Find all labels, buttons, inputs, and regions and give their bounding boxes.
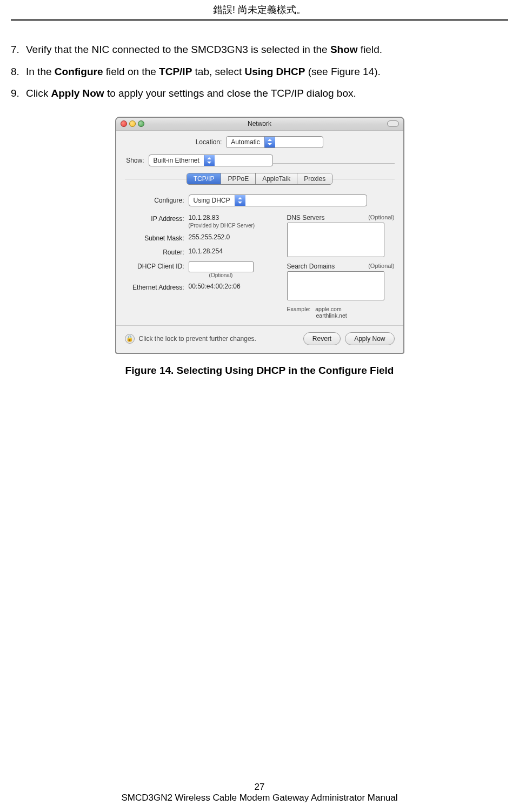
dhcp-client-id-input[interactable] — [189, 261, 254, 272]
dns-servers-textarea[interactable] — [287, 223, 384, 257]
step-9-text: Click Apply Now to apply your settings a… — [26, 86, 356, 102]
left-column: IP Address: 10.1.28.83 (Provided by DHCP… — [125, 214, 280, 319]
step-number: 8. — [11, 64, 26, 80]
text-bold: Apply Now — [51, 88, 104, 99]
configure-select[interactable]: Using DHCP — [189, 194, 367, 206]
text: In the — [26, 66, 55, 77]
ethernet-address-value: 00:50:e4:00:2c:06 — [189, 283, 241, 290]
tab-tcpip[interactable]: TCP/IP — [187, 173, 222, 184]
page-footer: 27 SMCD3GN2 Wireless Cable Modem Gateway… — [0, 782, 519, 803]
text: apple.com — [315, 306, 341, 312]
chevron-updown-icon — [264, 137, 275, 147]
network-tabs: TCP/IP PPPoE AppleTalk Proxies — [187, 173, 332, 185]
text: earthlink.net — [287, 312, 347, 319]
window-title: Network — [116, 120, 403, 127]
text-bold: Show — [330, 44, 358, 55]
location-value: Automatic — [227, 138, 264, 146]
step-7-text: Verify that the NIC connected to the SMC… — [26, 42, 382, 58]
subnet-mask-label: Subnet Mask: — [125, 233, 189, 242]
text: Verify that the NIC connected to the SMC… — [26, 44, 330, 55]
location-label: Location: — [196, 138, 227, 146]
router-value: 10.1.28.254 — [189, 247, 223, 255]
text-bold: TCP/IP — [159, 66, 192, 77]
header-rule — [11, 19, 508, 21]
hint-text: (Optional) — [189, 272, 254, 278]
show-value: Built-in Ethernet — [149, 157, 204, 164]
ethernet-address-label: Ethernet Address: — [125, 283, 189, 291]
right-column: DNS Servers (Optional) Search Domains (O… — [287, 214, 395, 319]
text: Example: — [287, 306, 314, 312]
configure-label: Configure: — [125, 197, 189, 204]
text: tab, select — [192, 66, 244, 77]
figure-14: Network Location: Automatic Show: Built-… — [11, 117, 508, 377]
text: (see Figure 14). — [305, 66, 380, 77]
optional-label: (Optional) — [368, 214, 394, 222]
text: 10.1.28.83 — [189, 214, 219, 222]
step-8: 8. In the Configure field on the TCP/IP … — [11, 64, 508, 80]
configure-value: Using DHCP — [189, 197, 235, 204]
chevron-updown-icon — [235, 195, 245, 206]
optional-label: (Optional) — [368, 263, 394, 270]
router-label: Router: — [125, 247, 189, 256]
show-label: Show: — [125, 157, 149, 164]
lock-icon[interactable]: 🔒 — [125, 334, 135, 344]
step-7: 7. Verify that the NIC connected to the … — [11, 42, 508, 58]
step-9: 9. Click Apply Now to apply your setting… — [11, 86, 508, 102]
page-number: 27 — [0, 782, 519, 793]
instruction-steps: 7. Verify that the NIC connected to the … — [11, 42, 508, 102]
network-window: Network Location: Automatic Show: Built-… — [115, 117, 404, 354]
text: Click — [26, 88, 51, 99]
text-bold: Using DHCP — [244, 66, 305, 77]
apply-now-button[interactable]: Apply Now — [345, 332, 394, 345]
subnet-mask-value: 255.255.252.0 — [189, 233, 230, 241]
step-number: 9. — [11, 86, 26, 102]
dhcp-client-id-label: DHCP Client ID: — [125, 261, 189, 270]
divider — [273, 163, 395, 164]
manual-title: SMCD3GN2 Wireless Cable Modem Gateway Ad… — [0, 793, 519, 803]
text: field on the — [103, 66, 159, 77]
revert-button[interactable]: Revert — [303, 332, 341, 345]
ip-address-value: 10.1.28.83 (Provided by DHCP Server) — [189, 214, 255, 229]
example-text: Example: apple.com earthlink.net — [287, 306, 395, 319]
search-domains-textarea[interactable] — [287, 271, 384, 300]
text-bold: Configure — [55, 66, 103, 77]
tabs-wrap: TCP/IP PPPoE AppleTalk Proxies — [116, 170, 403, 190]
search-domains-label: Search Domains — [287, 263, 335, 270]
step-number: 7. — [11, 42, 26, 58]
chevron-updown-icon — [204, 155, 215, 166]
tab-pppoe[interactable]: PPPoE — [221, 173, 256, 184]
tab-proxies[interactable]: Proxies — [297, 173, 332, 184]
ip-address-label: IP Address: — [125, 214, 189, 223]
hint-text: (Provided by DHCP Server) — [189, 223, 255, 229]
window-titlebar: Network — [116, 118, 403, 131]
dns-servers-label: DNS Servers — [287, 214, 325, 222]
show-select[interactable]: Built-in Ethernet — [149, 155, 273, 166]
step-8-text: In the Configure field on the TCP/IP tab… — [26, 64, 381, 80]
figure-caption: Figure 14. Selecting Using DHCP in the C… — [125, 365, 394, 377]
window-footer: 🔒 Click the lock to prevent further chan… — [116, 325, 403, 353]
tcpip-panel: Configure: Using DHCP IP Address: 10.1.2… — [116, 190, 403, 323]
location-select[interactable]: Automatic — [226, 136, 323, 148]
header-error-title: 錯誤! 尚未定義樣式。 — [11, 0, 508, 19]
tab-appletalk[interactable]: AppleTalk — [256, 173, 297, 184]
lock-text: Click the lock to prevent further change… — [139, 335, 299, 343]
text: to apply your settings and close the TCP… — [104, 88, 356, 99]
text: field. — [358, 44, 382, 55]
